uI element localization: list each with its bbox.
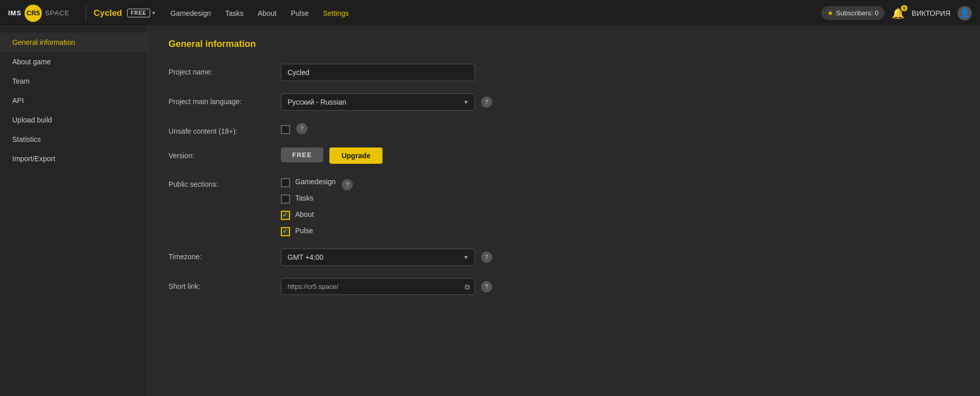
section-tasks: Tasks xyxy=(281,192,336,204)
sections-list: Gamedesign Tasks About Pulse xyxy=(281,176,336,236)
nav-about[interactable]: About xyxy=(258,9,277,17)
sidebar-item-upload-build[interactable]: Upload build xyxy=(0,110,148,130)
timezone-label: Timezone: xyxy=(169,249,281,261)
section-pulse: Pulse xyxy=(281,225,336,236)
nav-settings[interactable]: Settings xyxy=(323,9,349,17)
logo-circle: CR5 xyxy=(25,5,42,22)
free-badge: FREE xyxy=(127,9,150,17)
public-sections-label: Public sections: xyxy=(169,176,281,188)
short-link-help-icon[interactable]: ? xyxy=(481,281,492,292)
subscribers-label: Subscribers: 0 xyxy=(836,9,878,17)
star-icon: ★ xyxy=(827,9,833,17)
unsafe-content-help-icon[interactable]: ? xyxy=(296,123,307,134)
project-name-row: Project name: xyxy=(169,64,960,81)
sidebar-item-api[interactable]: API xyxy=(0,91,148,110)
layout: General information About game Team API … xyxy=(0,27,980,396)
section-gamedesign-checkbox[interactable] xyxy=(281,178,290,187)
section-about: About xyxy=(281,209,336,220)
sidebar-item-statistics[interactable]: Statistics xyxy=(0,130,148,149)
section-pulse-checkbox[interactable] xyxy=(281,227,290,236)
section-pulse-label: Pulse xyxy=(295,227,313,235)
unsafe-content-row: Unsafe content (18+): ? xyxy=(169,123,960,135)
section-tasks-label: Tasks xyxy=(295,194,314,202)
language-label: Project main language: xyxy=(169,93,281,106)
section-tasks-checkbox[interactable] xyxy=(281,194,290,204)
notif-badge: 9 xyxy=(901,5,907,11)
unsafe-content-checkbox[interactable] xyxy=(281,125,290,134)
notifications-button[interactable]: 🔔 9 xyxy=(892,7,904,19)
language-help-icon[interactable]: ? xyxy=(481,96,492,108)
logo-space: SPACE xyxy=(45,9,69,17)
language-row: Project main language: Русский - Russian… xyxy=(169,93,960,111)
logo-area: IMS CR5 SPACE xyxy=(8,5,69,22)
main-content: General information Project name: Projec… xyxy=(148,27,980,396)
short-link-label: Short link: xyxy=(169,278,281,290)
nav-pulse[interactable]: Pulse xyxy=(291,9,308,17)
timezone-select-wrapper: GMT +4:00 GMT +0:00 GMT +3:00 xyxy=(281,249,475,266)
timezone-select[interactable]: GMT +4:00 GMT +0:00 GMT +3:00 xyxy=(281,249,475,266)
public-sections-help-icon[interactable]: ? xyxy=(342,179,353,190)
nav-divider xyxy=(86,5,86,21)
short-link-input[interactable] xyxy=(281,278,475,295)
sidebar-item-general-information[interactable]: General information xyxy=(0,33,148,52)
page-title: General information xyxy=(169,39,960,50)
sidebar-item-about-game[interactable]: About game xyxy=(0,52,148,71)
user-avatar[interactable]: 👤 xyxy=(958,6,972,20)
language-control: Русский - Russian English ? xyxy=(281,93,960,111)
timezone-control: GMT +4:00 GMT +0:00 GMT +3:00 ? xyxy=(281,249,960,266)
topnav: IMS CR5 SPACE Cycled FREE ▾ Gamedesign T… xyxy=(0,0,980,27)
nav-links: Gamedesign Tasks About Pulse Settings xyxy=(171,9,821,17)
timezone-row: Timezone: GMT +4:00 GMT +0:00 GMT +3:00 … xyxy=(169,249,960,266)
section-gamedesign-label: Gamedesign xyxy=(295,178,336,186)
project-name-input[interactable] xyxy=(281,64,475,81)
project-name-label: Project name: xyxy=(169,64,281,76)
version-control: FREE Upgrade xyxy=(281,147,960,164)
short-link-wrapper: ⧉ xyxy=(281,278,475,295)
section-about-checkbox[interactable] xyxy=(281,211,290,220)
unsafe-content-label: Unsafe content (18+): xyxy=(169,123,281,135)
timezone-help-icon[interactable]: ? xyxy=(481,252,492,263)
section-about-label: About xyxy=(295,210,314,218)
public-sections-row: Public sections: Gamedesign Tasks About xyxy=(169,176,960,236)
unsafe-content-control: ? xyxy=(281,123,960,134)
project-name-control xyxy=(281,64,960,81)
language-select-wrapper: Русский - Russian English xyxy=(281,93,475,111)
section-gamedesign: Gamedesign xyxy=(281,176,336,187)
username: ВИКТОРИЯ xyxy=(912,9,950,17)
logo-ims: IMS xyxy=(8,9,21,17)
upgrade-button[interactable]: Upgrade xyxy=(329,147,383,164)
sidebar-item-import-export[interactable]: Import/Export xyxy=(0,149,148,168)
sidebar: General information About game Team API … xyxy=(0,27,148,396)
nav-gamedesign[interactable]: Gamedesign xyxy=(171,9,211,17)
version-badge: FREE xyxy=(281,147,323,162)
subscribers-button[interactable]: ★ Subscribers: 0 xyxy=(821,6,885,20)
language-select[interactable]: Русский - Russian English xyxy=(281,93,475,111)
nav-right: ★ Subscribers: 0 🔔 9 ВИКТОРИЯ 👤 xyxy=(821,6,972,20)
short-link-row: Short link: ⧉ ? xyxy=(169,278,960,295)
version-row: Version: FREE Upgrade xyxy=(169,147,960,164)
project-dropdown-arrow[interactable]: ▾ xyxy=(152,10,155,16)
public-sections-control: Gamedesign Tasks About Pulse ? xyxy=(281,176,960,236)
project-name: Cycled xyxy=(93,8,122,18)
short-link-control: ⧉ ? xyxy=(281,278,960,295)
version-label: Version: xyxy=(169,147,281,160)
copy-icon[interactable]: ⧉ xyxy=(465,282,470,291)
sidebar-item-team[interactable]: Team xyxy=(0,71,148,91)
nav-tasks[interactable]: Tasks xyxy=(225,9,244,17)
